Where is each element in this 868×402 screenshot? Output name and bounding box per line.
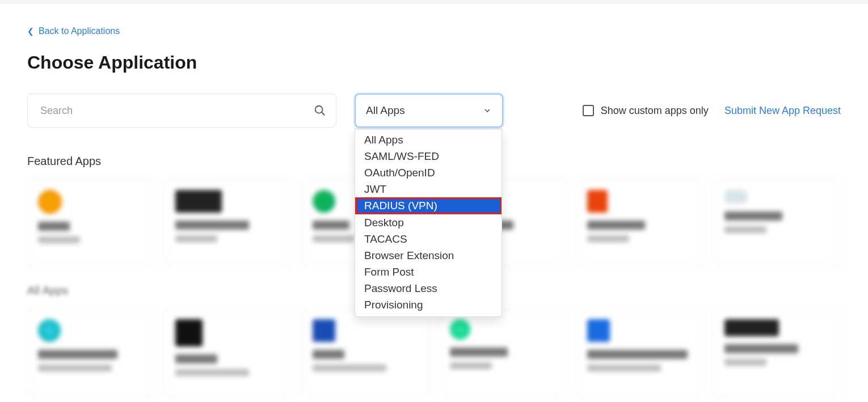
right-controls: Show custom apps only Submit New App Req… <box>583 105 841 117</box>
back-to-applications-link[interactable]: ❮ Back to Applications <box>27 26 120 36</box>
filter-dropdown-menu: All AppsSAML/WS-FEDOAuth/OpenIDJWTRADIUS… <box>355 129 502 317</box>
app-card[interactable] <box>439 308 566 396</box>
checkbox-label: Show custom apps only <box>601 105 709 117</box>
search-wrap <box>27 94 336 128</box>
filter-dropdown-button[interactable]: All Apps <box>355 94 503 128</box>
filter-dropdown: All Apps All AppsSAML/WS-FEDOAuth/OpenID… <box>355 94 503 128</box>
submit-new-app-link[interactable]: Submit New App Request <box>724 105 841 117</box>
back-link-label: Back to Applications <box>39 26 120 36</box>
app-card[interactable] <box>165 308 292 396</box>
filter-dropdown-option[interactable]: Provisioning <box>355 297 502 313</box>
svg-point-0 <box>315 106 323 113</box>
filter-dropdown-selected: All Apps <box>366 104 405 117</box>
app-card[interactable] <box>714 179 841 267</box>
search-input[interactable] <box>27 94 336 128</box>
page-title: Choose Application <box>27 52 841 73</box>
filter-dropdown-option[interactable]: TACACS <box>355 231 502 247</box>
filter-dropdown-option[interactable]: SAML/WS-FED <box>355 148 502 164</box>
filter-dropdown-option[interactable]: JWT <box>355 181 502 197</box>
app-card[interactable] <box>27 179 154 267</box>
filter-dropdown-option[interactable]: Form Post <box>355 264 502 280</box>
app-card[interactable] <box>576 179 703 267</box>
app-card[interactable] <box>302 308 429 396</box>
filter-dropdown-option[interactable]: RADIUS (VPN) <box>355 197 502 214</box>
show-custom-apps-checkbox[interactable]: Show custom apps only <box>583 105 709 117</box>
app-card[interactable] <box>165 179 292 267</box>
chevron-left-icon: ❮ <box>27 27 34 35</box>
chevron-down-icon <box>483 106 492 115</box>
app-card[interactable] <box>576 308 703 396</box>
app-card[interactable] <box>27 308 154 396</box>
filter-dropdown-option[interactable]: Browser Extension <box>355 247 502 264</box>
filter-dropdown-option[interactable]: Desktop <box>355 214 502 231</box>
svg-line-1 <box>322 112 325 116</box>
filter-dropdown-option[interactable]: All Apps <box>355 132 502 148</box>
all-apps-row <box>27 308 841 396</box>
app-card[interactable] <box>714 308 841 396</box>
checkbox-icon <box>583 105 594 116</box>
search-icon <box>314 104 326 117</box>
filter-dropdown-option[interactable]: OAuth/OpenID <box>355 164 502 181</box>
controls-row: All Apps All AppsSAML/WS-FEDOAuth/OpenID… <box>27 94 841 128</box>
filter-dropdown-option[interactable]: Password Less <box>355 280 502 297</box>
